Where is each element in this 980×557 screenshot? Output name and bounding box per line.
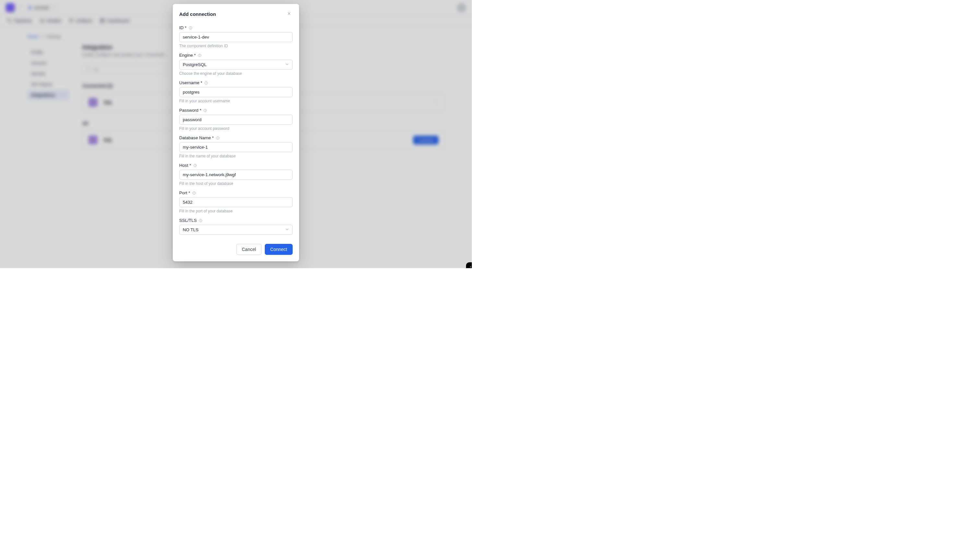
ssl-label: SSL/TLS [179,218,292,223]
help-icon[interactable] [193,163,197,168]
cancel-button[interactable]: Cancel [236,244,261,255]
id-label: ID * [179,25,292,30]
id-input[interactable] [179,32,292,42]
connect-button[interactable]: Connect [265,244,292,255]
help-icon[interactable] [198,54,202,57]
help-icon[interactable] [199,218,203,223]
help-icon[interactable] [203,109,207,112]
close-icon [287,11,291,16]
engine-hint: Choose the engine of your database [179,71,292,76]
port-input[interactable] [179,197,292,207]
add-connection-dialog: Add connection ID * The component defini… [173,4,299,261]
host-input[interactable] [179,170,292,180]
host-label: Host * [179,163,292,168]
dbname-input[interactable] [179,142,292,152]
svg-point-11 [199,56,200,56]
help-icon[interactable] [204,81,208,85]
port-label: Port * [179,191,292,195]
svg-point-13 [206,83,206,84]
help-icon[interactable] [192,191,196,195]
help-icon[interactable] [216,136,220,140]
resize-handle [466,262,472,268]
username-input[interactable] [179,87,292,97]
help-icon[interactable] [189,26,193,30]
svg-point-9 [190,28,191,29]
ssl-select[interactable]: NO TLS [179,225,292,235]
svg-point-17 [217,138,218,139]
password-label: Password * [179,108,292,113]
host-hint: Fill in the host of your database [179,181,292,186]
username-hint: Fill in your account username [179,99,292,103]
engine-select[interactable]: PostgreSQL [179,60,292,70]
svg-point-15 [205,111,206,111]
password-input[interactable] [179,115,292,125]
close-button[interactable] [286,10,292,18]
port-hint: Fill in the port of your database [179,209,292,213]
svg-point-23 [201,221,201,221]
dbname-label: Database Name * [179,135,292,140]
dbname-hint: Fill in the name of your database [179,154,292,158]
dialog-title: Add connection [179,11,216,17]
engine-label: Engine * [179,53,292,58]
password-hint: Fill in your account password [179,126,292,131]
svg-point-21 [194,194,194,194]
username-label: Username * [179,80,292,85]
id-hint: The component definition ID [179,44,292,48]
